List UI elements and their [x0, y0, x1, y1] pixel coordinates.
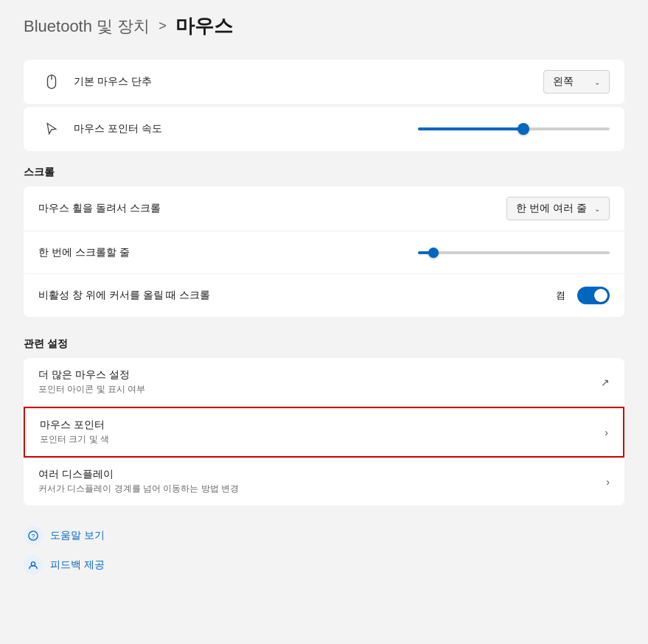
help-icon: ? [24, 526, 43, 545]
more-mouse-settings-row[interactable]: 더 많은 마우스 설정 포인터 아이콘 및 표시 여부 ↗ [24, 358, 624, 407]
mouse-icon [38, 74, 65, 90]
primary-mouse-button-card: 기본 마우스 단추 왼쪽 ⌄ [24, 60, 624, 104]
pointer-icon [38, 122, 65, 136]
inactive-scroll-toggle[interactable] [577, 287, 610, 304]
lines-per-scroll-control [418, 251, 610, 254]
breadcrumb-current: 마우스 [175, 13, 233, 39]
more-mouse-settings-subtitle: 포인터 아이콘 및 표시 여부 [38, 383, 601, 396]
breadcrumb-separator: > [158, 18, 167, 34]
pointer-speed-label: 마우스 포인터 속도 [74, 122, 418, 136]
pointer-speed-row: 마우스 포인터 속도 [24, 107, 624, 151]
lines-scroll-thumb[interactable] [428, 248, 439, 258]
toggle-on-label: 켬 [556, 289, 565, 302]
related-settings-header: 관련 설정 [24, 337, 624, 351]
scroll-wheel-dropdown[interactable]: 한 번에 여러 줄 ⌄ [506, 197, 610, 220]
chevron-right-icon: › [605, 427, 608, 438]
primary-mouse-button-label: 기본 마우스 단추 [74, 75, 543, 88]
external-link-icon: ↗ [601, 377, 610, 388]
page-header: Bluetooth 및 장치 > 마우스 [24, 13, 624, 39]
feedback-icon [24, 556, 43, 575]
inactive-window-scroll-row: 비활성 창 위에 커서를 올릴 때 스크롤 켬 [24, 274, 624, 317]
lines-per-scroll-row: 한 번에 스크롤할 줄 [24, 231, 624, 274]
help-link-row[interactable]: ? 도움말 보기 [24, 526, 624, 545]
settings-page: Bluetooth 및 장치 > 마우스 기본 마우스 단추 왼쪽 ⌄ [0, 0, 648, 598]
related-settings-card: 더 많은 마우스 설정 포인터 아이콘 및 표시 여부 ↗ 마우스 포인터 포인… [24, 358, 624, 505]
scroll-wheel-control: 한 번에 여러 줄 ⌄ [506, 197, 610, 220]
pointer-speed-thumb[interactable] [518, 123, 529, 135]
multiple-displays-subtitle: 커서가 디스플레이 경계를 넘어 이동하는 방법 변경 [38, 483, 606, 495]
mouse-pointer-subtitle: 포인터 크기 및 색 [40, 433, 605, 446]
svg-text:?: ? [32, 533, 35, 540]
help-label: 도움말 보기 [50, 529, 105, 542]
multiple-displays-row[interactable]: 여러 디스플레이 커서가 디스플레이 경계를 넘어 이동하는 방법 변경 › [24, 458, 624, 505]
primary-mouse-button-row: 기본 마우스 단추 왼쪽 ⌄ [24, 60, 624, 104]
pointer-speed-card: 마우스 포인터 속도 [24, 107, 624, 151]
scroll-settings-card: 마우스 휠을 돌려서 스크롤 한 번에 여러 줄 ⌄ 한 번에 스크롤할 줄 비… [24, 186, 624, 317]
pointer-speed-track[interactable] [418, 127, 610, 130]
multiple-displays-title: 여러 디스플레이 [38, 468, 606, 481]
inactive-window-scroll-control: 켬 [556, 287, 610, 304]
scroll-wheel-label: 마우스 휠을 돌려서 스크롤 [38, 202, 506, 215]
pointer-speed-control [418, 127, 610, 130]
svg-point-3 [31, 562, 35, 566]
mouse-pointer-title: 마우스 포인터 [40, 419, 605, 432]
primary-mouse-button-control: 왼쪽 ⌄ [543, 70, 610, 94]
mouse-pointer-row[interactable]: 마우스 포인터 포인터 크기 및 색 › [24, 407, 624, 458]
lines-per-scroll-track[interactable] [418, 251, 610, 254]
scroll-wheel-row: 마우스 휠을 돌려서 스크롤 한 번에 여러 줄 ⌄ [24, 186, 624, 231]
feedback-label: 피드백 제공 [50, 559, 105, 572]
more-mouse-settings-title: 더 많은 마우스 설정 [38, 368, 601, 382]
more-mouse-settings-text: 더 많은 마우스 설정 포인터 아이콘 및 표시 여부 [38, 368, 601, 396]
lines-per-scroll-label: 한 번에 스크롤할 줄 [38, 246, 418, 259]
pointer-speed-fill [418, 127, 523, 130]
inactive-window-scroll-label: 비활성 창 위에 커서를 올릴 때 스크롤 [38, 289, 556, 302]
bottom-links: ? 도움말 보기 피드백 제공 [24, 526, 624, 575]
mouse-pointer-text: 마우스 포인터 포인터 크기 및 색 [40, 419, 605, 446]
chevron-down-icon: ⌄ [594, 78, 600, 86]
scroll-section-header: 스크롤 [24, 166, 624, 179]
breadcrumb-bluetooth[interactable]: Bluetooth 및 장치 [24, 15, 150, 38]
multiple-displays-text: 여러 디스플레이 커서가 디스플레이 경계를 넘어 이동하는 방법 변경 [38, 468, 606, 495]
toggle-knob [594, 289, 607, 302]
feedback-link-row[interactable]: 피드백 제공 [24, 556, 624, 575]
chevron-down-icon: ⌄ [594, 205, 600, 213]
chevron-right-icon: › [606, 476, 610, 488]
primary-mouse-button-dropdown[interactable]: 왼쪽 ⌄ [543, 70, 610, 94]
